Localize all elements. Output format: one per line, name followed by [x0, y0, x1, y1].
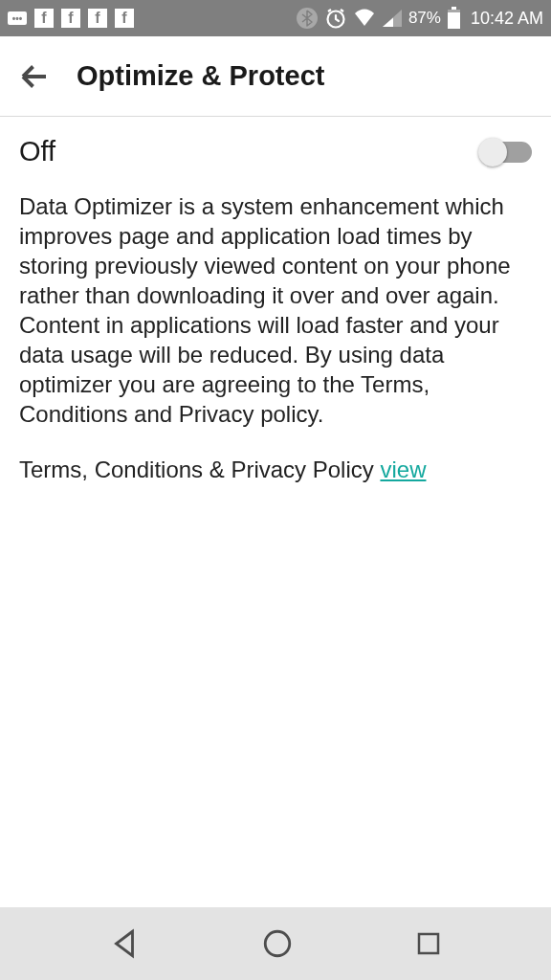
nav-back-icon — [108, 927, 141, 960]
svg-rect-4 — [448, 10, 460, 12]
cell-signal-icon — [382, 9, 403, 28]
battery-percent: 87% — [408, 9, 441, 28]
system-nav-bar — [0, 907, 551, 980]
nav-home-icon — [261, 927, 294, 960]
optimizer-switch[interactable] — [482, 142, 532, 163]
svg-rect-6 — [419, 934, 438, 953]
wifi-icon — [353, 9, 376, 28]
back-button[interactable] — [17, 59, 52, 94]
terms-view-link[interactable]: view — [380, 457, 426, 482]
facebook-icon: f — [61, 9, 80, 28]
optimizer-toggle-row: Off — [19, 136, 532, 167]
facebook-icon: f — [34, 9, 54, 28]
arrow-back-icon — [17, 59, 52, 94]
status-time: 10:42 AM — [471, 9, 543, 29]
terms-label: Terms, Conditions & Privacy Policy — [19, 457, 374, 482]
facebook-icon: f — [88, 9, 107, 28]
nav-home-button[interactable] — [261, 927, 294, 960]
alarm-icon — [324, 7, 347, 30]
nav-back-button[interactable] — [108, 927, 141, 960]
battery-icon — [447, 7, 461, 30]
nav-recent-icon — [414, 929, 443, 958]
svg-point-5 — [265, 931, 290, 956]
terms-row: Terms, Conditions & Privacy Policy view — [19, 457, 532, 483]
nav-recent-button[interactable] — [414, 929, 443, 958]
status-bar: ••• f f f f 87% 10 — [0, 0, 551, 36]
app-bar: Optimize & Protect — [0, 36, 551, 117]
optimizer-description: Data Optimizer is a system enhancement w… — [19, 192, 532, 430]
status-right-icons: 87% 10:42 AM — [296, 7, 543, 30]
main-content: Off Data Optimizer is a system enhanceme… — [0, 117, 551, 483]
switch-knob — [478, 138, 507, 167]
status-left-icons: ••• f f f f — [8, 9, 134, 28]
bluetooth-icon — [296, 7, 319, 30]
svg-rect-3 — [452, 7, 456, 10]
facebook-icon: f — [115, 9, 134, 28]
more-notifications-icon: ••• — [8, 11, 27, 25]
page-title: Optimize & Protect — [77, 60, 324, 92]
toggle-state-label: Off — [19, 136, 55, 167]
